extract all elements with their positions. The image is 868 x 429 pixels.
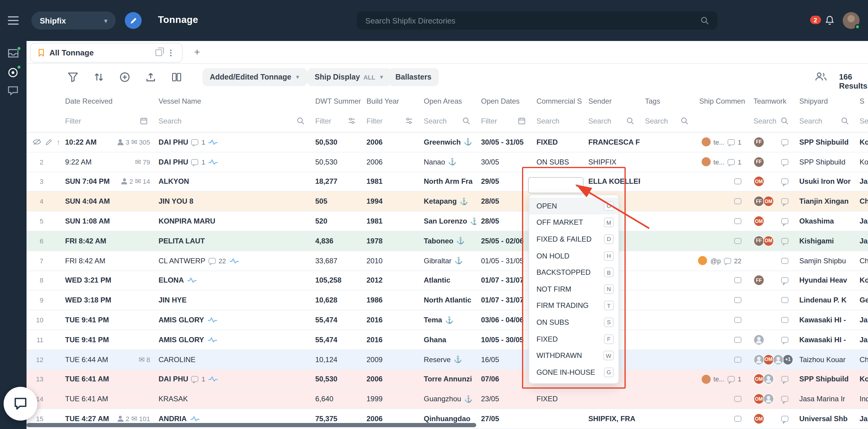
ballasters-button[interactable]: Ballasters <box>388 68 439 86</box>
teamwork-comment-icon[interactable] <box>781 179 788 185</box>
col-teamwork[interactable]: Teamwork <box>749 97 795 105</box>
status-option-off-market[interactable]: OFF MARKETM <box>529 214 618 231</box>
comment-icon[interactable] <box>191 139 198 145</box>
col-date-received[interactable]: Date Received <box>60 97 154 105</box>
table-row[interactable]: 9 WED 3:18 PM JIN HYE 10,628 1986 North … <box>27 291 868 310</box>
teamwork-comment-icon[interactable] <box>781 376 788 382</box>
col-tags[interactable]: Tags <box>640 97 694 105</box>
table-row[interactable]: 13 TUE 6:41 AM DAI PHU1 50,530 2006 Torr… <box>27 370 868 390</box>
filter-extra[interactable]: Se <box>855 117 868 125</box>
support-chat-launcher[interactable] <box>4 387 37 421</box>
duplicate-view-icon[interactable] <box>156 50 162 56</box>
columns-icon[interactable] <box>171 72 182 82</box>
status-option-gone-in-house[interactable]: GONE IN-HOUSEG <box>529 364 618 381</box>
comment-icon[interactable] <box>734 396 741 402</box>
status-option-withdrawn[interactable]: WITHDRAWNW <box>529 348 618 364</box>
global-search-input[interactable]: Search Shipfix Directories <box>357 11 717 30</box>
comment-icon[interactable] <box>734 179 741 185</box>
table-row[interactable]: 5 SUN 1:08 AM KONPIRA MARU 520 1981 San … <box>27 211 868 231</box>
filter-open-dates[interactable]: Filter <box>476 117 532 125</box>
ship-display-dropdown[interactable]: Ship Display ALL ▼ <box>307 68 392 86</box>
filter-tags[interactable]: Search <box>640 117 694 125</box>
teamwork-comment-icon[interactable] <box>781 396 788 402</box>
col-open-areas[interactable]: Open Areas <box>419 97 476 105</box>
table-row[interactable]: 7 FRI 8:42 AM CL ANTWERP22 33,687 2010 G… <box>27 251 868 271</box>
sidebar-item-inbox[interactable] <box>7 48 19 60</box>
status-combobox-input[interactable]: ▾ <box>528 177 584 193</box>
tab-menu-icon[interactable]: ⋮ <box>167 48 175 57</box>
teamwork-comment-icon[interactable] <box>781 139 788 145</box>
comment-icon[interactable] <box>734 356 741 362</box>
status-option-fixed[interactable]: FIXEDF <box>529 331 618 348</box>
add-view-button[interactable]: + <box>190 46 204 59</box>
status-option-firm-trading[interactable]: FIRM TRADINGT <box>529 297 618 314</box>
teamwork-comment-icon[interactable] <box>781 258 788 264</box>
compose-button[interactable] <box>125 12 142 29</box>
comment-icon[interactable] <box>208 258 216 264</box>
table-row[interactable]: 8 WED 3:21 PM ELONA 105,258 2012 Atlanti… <box>27 271 868 291</box>
status-option-not-firm[interactable]: NOT FIRMN <box>529 281 618 297</box>
comment-icon[interactable] <box>724 258 731 264</box>
collaborators-icon[interactable] <box>815 72 827 81</box>
col-open-dates[interactable]: Open Dates <box>476 97 532 105</box>
table-row[interactable]: 11 TUE 9:41 PM AMIS GLORY 55,474 2016 Gh… <box>27 330 868 350</box>
filter-commercial-status[interactable]: Search <box>532 117 584 125</box>
filter-sender[interactable]: Search <box>584 117 640 125</box>
col-commercial-status[interactable]: Commercial S <box>532 97 584 105</box>
table-row[interactable]: ↑ 10:22 AM3✉305 DAI PHU1 50,530 2006 Gre… <box>27 133 868 153</box>
user-avatar[interactable] <box>843 12 860 29</box>
col-shipyard[interactable]: Shipyard <box>795 97 855 105</box>
sort-icon[interactable] <box>93 72 104 82</box>
comment-icon[interactable] <box>734 337 741 343</box>
table-row[interactable]: 14 TUE 6:41 AM KRASAK 6,640 1999 Guangzh… <box>27 390 868 409</box>
col-extra[interactable]: S <box>855 97 868 105</box>
comment-icon[interactable] <box>727 139 735 145</box>
comment-icon[interactable] <box>734 277 741 284</box>
teamwork-comment-icon[interactable] <box>781 218 788 224</box>
comment-icon[interactable] <box>734 317 741 323</box>
comment-icon[interactable] <box>734 199 741 204</box>
sidebar-item-tonnage[interactable] <box>7 67 19 79</box>
teamwork-comment-icon[interactable] <box>781 297 788 303</box>
edit-row-icon[interactable] <box>45 139 53 146</box>
teamwork-comment-icon[interactable] <box>781 199 788 204</box>
added-edited-dropdown[interactable]: Added/Edited Tonnage ▼ <box>203 68 307 86</box>
filter-icon[interactable] <box>67 72 79 82</box>
comment-icon[interactable] <box>191 159 198 165</box>
bell-icon[interactable] <box>825 15 835 28</box>
table-row[interactable]: 4 SUN 4:04 AM JIN YOU 8 505 1994 Ketapan… <box>27 192 868 212</box>
comment-icon[interactable] <box>734 218 741 224</box>
comment-icon[interactable] <box>734 416 741 422</box>
add-record-icon[interactable] <box>119 72 130 82</box>
teamwork-comment-icon[interactable] <box>781 337 788 343</box>
hamburger-menu-icon[interactable] <box>8 16 19 27</box>
filter-date-received[interactable]: Filter <box>60 117 154 125</box>
comment-icon[interactable] <box>727 376 735 382</box>
commercial-status[interactable]: FIXED <box>532 138 584 146</box>
status-option-open[interactable]: OPENO <box>529 198 618 214</box>
col-dwt-summer[interactable]: DWT Summer <box>310 97 362 105</box>
status-option-on-hold[interactable]: ON HOLDH <box>529 248 618 264</box>
comment-icon[interactable] <box>191 376 198 382</box>
table-row[interactable]: 6 FRI 8:42 AM PELITA LAUT 4,836 1978 Tab… <box>27 231 868 251</box>
sidebar-item-chat[interactable] <box>7 86 19 98</box>
col-sender[interactable]: Sender <box>584 97 640 105</box>
filter-shipyard[interactable]: Search <box>795 117 855 125</box>
table-row[interactable]: 10 TUE 9:41 PM AMIS GLORY 55,474 2016 Te… <box>27 310 868 330</box>
status-option-fixed-failed[interactable]: FIXED & FAILEDD <box>529 231 618 248</box>
filter-open-areas[interactable]: Search <box>419 117 476 125</box>
horizontal-scrollbar[interactable] <box>27 423 476 427</box>
filter-vessel-name[interactable]: Search <box>154 117 310 125</box>
hide-row-icon[interactable] <box>33 139 41 145</box>
table-row[interactable]: 2 9:22 AM✉79 DAI PHU1 50,530 2006 Nanao⚓… <box>27 153 868 172</box>
commercial-status[interactable]: ON SUBS <box>532 158 584 166</box>
teamwork-comment-icon[interactable] <box>781 416 788 422</box>
status-option-on-subs[interactable]: ON SUBSS <box>529 314 618 330</box>
filter-build-year[interactable]: Filter <box>362 117 419 125</box>
commercial-status[interactable]: FIXED <box>532 395 584 403</box>
pin-row-icon[interactable]: ↑ <box>57 138 60 146</box>
filter-dwt[interactable]: Filter <box>310 117 362 125</box>
teamwork-comment-icon[interactable] <box>781 277 788 284</box>
tab-all-tonnage[interactable]: All Tonnage ⋮ <box>30 43 183 63</box>
comment-icon[interactable] <box>734 297 741 303</box>
